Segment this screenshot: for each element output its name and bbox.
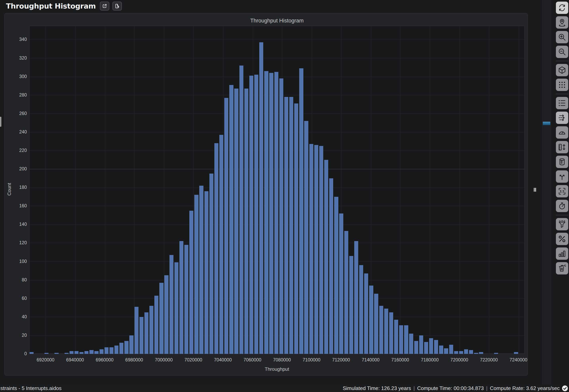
- pause-indicator-icon: [534, 188, 536, 192]
- histogram-bar: [289, 97, 293, 354]
- y-gridline: [29, 40, 524, 40]
- histogram-bar: [269, 73, 273, 354]
- histogram-bar: [349, 256, 353, 354]
- histogram-bar: [234, 89, 238, 354]
- export-file-icon: [114, 3, 120, 9]
- simulated-time: Simulated Time: 126.23 years: [343, 385, 411, 392]
- histogram-bar: [309, 144, 313, 354]
- histogram-bar: [494, 353, 498, 354]
- flow-arrows-button[interactable]: [556, 112, 568, 124]
- histogram-bar: [399, 325, 403, 354]
- separator: |: [413, 385, 415, 392]
- x-tick-label: 7040000: [206, 357, 240, 363]
- histogram-bar: [254, 75, 258, 354]
- x-gridline: [400, 26, 400, 353]
- x-tick-label: 6920000: [28, 357, 62, 363]
- cube-button[interactable]: [556, 64, 568, 76]
- y-tick-label: 0: [5, 351, 27, 356]
- page-title: Throughput Histogram: [6, 2, 96, 10]
- histogram-bar: [479, 352, 483, 354]
- histogram-bar: [369, 286, 373, 354]
- histogram-bar: [379, 306, 383, 354]
- y-tick-label: 40: [5, 314, 27, 320]
- ruler-vertical-icon: [558, 143, 566, 151]
- zoom-in-button[interactable]: [556, 31, 568, 43]
- histogram-bar: [354, 241, 358, 354]
- filter-funnel-button[interactable]: [556, 218, 568, 230]
- trash-icon: [558, 264, 566, 272]
- x-tick-label: 7080000: [265, 357, 299, 363]
- histogram-bar: [29, 352, 34, 354]
- histogram-bar: [70, 351, 73, 354]
- histogram-bar: [100, 349, 103, 354]
- histogram-bar: [149, 306, 153, 354]
- check-circle-icon: [562, 385, 568, 392]
- zoom-out-button[interactable]: [556, 46, 568, 58]
- compute-time: Compute Time: 00:00:34.873: [417, 385, 484, 392]
- vertical-scrollbar-track[interactable]: [542, 0, 551, 384]
- histogram-bar: [219, 135, 223, 354]
- list-button[interactable]: [556, 97, 568, 109]
- histogram-bar: [179, 241, 183, 354]
- branch-icon: [558, 172, 566, 181]
- bar-chart-button[interactable]: [556, 247, 568, 260]
- grid-dots-icon: [558, 81, 566, 89]
- histogram-bar: [424, 342, 428, 354]
- histogram-plot-area[interactable]: [29, 26, 525, 354]
- sync-button[interactable]: [556, 1, 568, 14]
- one-to-one-button[interactable]: 1:1: [556, 185, 568, 197]
- histogram-bar: [239, 66, 243, 354]
- histogram-bar: [409, 334, 413, 354]
- gauge-icon: [558, 128, 566, 137]
- histogram-bar: [404, 325, 408, 354]
- percent-button[interactable]: [556, 233, 568, 245]
- x-tick-label: 6960000: [88, 357, 122, 363]
- y-tick-label: 260: [5, 111, 27, 116]
- trash-button[interactable]: [556, 262, 568, 274]
- location-pin-button[interactable]: [556, 16, 568, 28]
- histogram-bar: [279, 78, 283, 354]
- y-tick-label: 60: [5, 296, 27, 301]
- y-tick-label: 80: [5, 277, 27, 283]
- histogram-bar: [334, 197, 338, 354]
- histogram-bar: [454, 351, 458, 354]
- gauge-button[interactable]: [556, 126, 568, 139]
- histogram-bar: [140, 317, 143, 354]
- histogram-bar: [314, 145, 318, 354]
- y-axis-title: Count: [7, 177, 12, 202]
- vertical-scrollbar-thumb[interactable]: [543, 122, 550, 125]
- list-icon: [558, 99, 566, 107]
- histogram-bar: [429, 338, 433, 354]
- open-external-button[interactable]: [100, 1, 109, 11]
- histogram-bar: [329, 178, 333, 354]
- zoom-out-icon: [558, 48, 566, 56]
- data-log-button[interactable]: [556, 156, 568, 168]
- y-tick-label: 20: [5, 333, 27, 338]
- histogram-bar: [459, 351, 463, 354]
- stopwatch-button[interactable]: [556, 200, 568, 212]
- simulation-status: Simulated Time: 126.23 years | Compute T…: [343, 385, 568, 392]
- histogram-bar: [284, 97, 288, 354]
- svg-text:1:1: 1:1: [560, 189, 564, 193]
- histogram-bar: [319, 146, 323, 354]
- y-tick-label: 280: [5, 92, 27, 98]
- x-tick-label: 7180000: [413, 357, 447, 363]
- branch-button[interactable]: [556, 170, 568, 183]
- y-tick-label: 200: [5, 166, 27, 172]
- histogram-bar: [344, 231, 348, 354]
- histogram-bar: [249, 76, 253, 354]
- panel-resize-handle[interactable]: [0, 117, 1, 127]
- data-log-icon: [558, 158, 566, 166]
- grid-dots-button[interactable]: [556, 79, 568, 91]
- histogram-bar: [449, 345, 453, 354]
- histogram-bar: [110, 347, 114, 354]
- one-to-one-icon: 1:1: [558, 187, 566, 196]
- zoom-in-icon: [558, 33, 566, 41]
- y-tick-label: 300: [5, 74, 27, 79]
- compute-rate: Compute Rate: 3.62 years/sec: [490, 385, 560, 392]
- ruler-vertical-button[interactable]: [556, 141, 568, 153]
- histogram-bar: [85, 351, 88, 354]
- histogram-bar: [94, 351, 98, 354]
- export-button[interactable]: [113, 1, 122, 11]
- x-tick-label: 7200000: [442, 357, 476, 363]
